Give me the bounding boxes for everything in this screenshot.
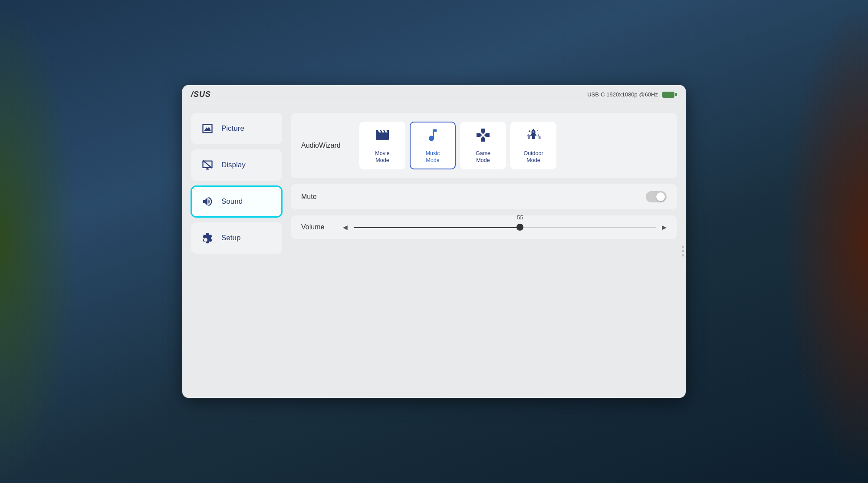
- volume-slider-fill: [354, 227, 520, 228]
- volume-slider-track[interactable]: 55: [354, 227, 656, 228]
- sidebar-item-picture[interactable]: Picture: [191, 113, 282, 144]
- volume-label: Volume: [301, 223, 336, 231]
- top-bar: /SUS USB-C 1920x1080p @60Hz: [182, 85, 686, 104]
- volume-decrease-button[interactable]: ◀: [343, 224, 348, 231]
- volume-card: Volume ◀ 55 ▶: [291, 215, 677, 239]
- picture-icon: [201, 122, 214, 136]
- main-content: Picture Display Sound: [182, 104, 686, 398]
- sidebar-item-sound-label: Sound: [221, 197, 243, 206]
- mute-label: Mute: [301, 193, 317, 201]
- setup-icon: [201, 231, 214, 245]
- mode-movie-label: MovieMode: [375, 150, 389, 164]
- mode-music-label: MusicMode: [426, 150, 440, 164]
- mode-outdoor[interactable]: OutdoorMode: [510, 122, 556, 169]
- volume-slider-thumb[interactable]: 55: [516, 224, 523, 231]
- sidebar-item-display[interactable]: Display: [191, 149, 282, 181]
- scroll-dot-2: [682, 250, 684, 252]
- asus-logo: /SUS: [191, 90, 211, 99]
- sidebar-item-sound[interactable]: Sound: [191, 186, 282, 217]
- volume-value: 55: [517, 214, 523, 221]
- mode-game[interactable]: GameMode: [460, 122, 506, 169]
- connection-info-area: USB-C 1920x1080p @60Hz: [587, 91, 677, 98]
- volume-increase-button[interactable]: ▶: [662, 224, 667, 231]
- sidebar-item-picture-label: Picture: [221, 124, 244, 133]
- sidebar-item-display-label: Display: [221, 161, 246, 169]
- music-mode-icon: [425, 127, 441, 146]
- connection-info-text: USB-C 1920x1080p @60Hz: [587, 91, 658, 98]
- mode-movie[interactable]: MovieMode: [359, 122, 405, 169]
- scroll-dots: [682, 246, 684, 257]
- mode-music[interactable]: MusicMode: [410, 122, 456, 169]
- movie-mode-icon: [375, 127, 390, 146]
- game-mode-icon: [475, 127, 491, 146]
- sidebar: Picture Display Sound: [191, 113, 282, 389]
- mute-toggle[interactable]: [646, 191, 667, 202]
- mode-game-label: GameMode: [476, 150, 490, 164]
- outdoor-mode-icon: [526, 127, 541, 146]
- sound-icon: [201, 195, 214, 208]
- audio-modes: MovieMode MusicMode: [359, 122, 556, 169]
- monitor-panel: /SUS USB-C 1920x1080p @60Hz Picture: [182, 85, 686, 398]
- mode-outdoor-label: OutdoorMode: [523, 150, 543, 164]
- right-panel: AudioWizard MovieMode: [291, 113, 677, 389]
- audio-wizard-label: AudioWizard: [301, 142, 349, 149]
- sidebar-item-setup-label: Setup: [221, 234, 240, 242]
- scroll-dot-1: [682, 246, 684, 248]
- volume-slider-container: ◀ 55 ▶: [343, 224, 667, 231]
- scroll-dot-3: [682, 255, 684, 257]
- display-icon: [201, 158, 214, 172]
- svg-point-1: [533, 131, 535, 133]
- sidebar-item-setup[interactable]: Setup: [191, 222, 282, 254]
- svg-line-0: [203, 161, 212, 169]
- mute-card: Mute: [291, 184, 677, 209]
- audio-wizard-card: AudioWizard MovieMode: [291, 113, 677, 178]
- battery-icon: [662, 92, 677, 98]
